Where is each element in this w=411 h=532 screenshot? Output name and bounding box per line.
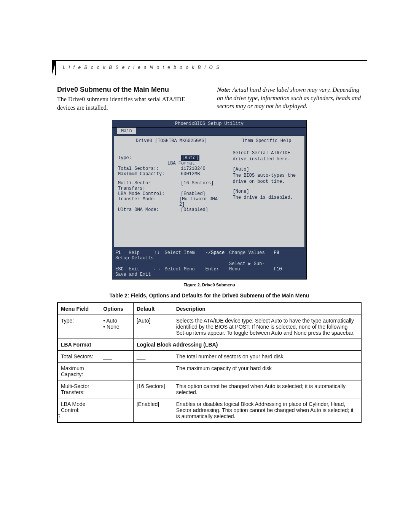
help-line: The BIOS auto-types the <box>233 173 301 179</box>
field-type-label: Type: <box>118 155 181 161</box>
field-multi-sector-label: Multi-Sector Transfers: <box>118 181 181 191</box>
cell-default: [16 Sectors] <box>133 380 173 398</box>
field-total-sectors-value: 117210240 <box>181 166 206 171</box>
cell-default: ___ <box>133 363 173 380</box>
note-body: Actual hard drive label shown may vary. … <box>217 86 361 109</box>
field-total-sectors-label: Total Sectors:: <box>118 166 181 171</box>
bios-left-title: Drive0 [TOSHIBA MK6025GAS] <box>118 138 225 146</box>
cell-options: ___ <box>100 351 134 363</box>
table-row: Type: Auto None [Auto] Selects the ATA/I… <box>57 315 361 339</box>
cell-field: Total Sectors: <box>57 351 100 363</box>
key-updown[interactable]: ↑↓ <box>154 250 162 256</box>
help-line: The drive is disabled. <box>233 195 301 201</box>
note-label: Note: <box>217 86 231 93</box>
th-default: Default <box>133 303 173 315</box>
bios-footer: F1 Help ↑↓ Select Item -/Space Change Va… <box>112 249 306 279</box>
cell-default: [Auto] <box>133 315 173 339</box>
cell-field: Multi-Sector Transfers: <box>57 380 100 398</box>
field-lba-mode-label: LBA Mode Control: <box>118 191 181 197</box>
key-f1[interactable]: F1 <box>115 250 126 256</box>
figure-caption: Figure 2. Drive0 Submenu <box>57 283 362 287</box>
field-ultra-dma-value[interactable]: [Disabled] <box>181 207 208 212</box>
header-rule <box>55 60 367 61</box>
bios-help-title: Item Specific Help <box>233 138 301 146</box>
th-menu-field: Menu Field <box>57 303 100 315</box>
cell-options: Auto None <box>100 315 134 339</box>
key-minus-space[interactable]: -/Space <box>206 250 226 256</box>
table-section-row: LBA Format Logical Block Addressing (LBA… <box>57 339 361 351</box>
field-transfer-mode-label: Transfer Mode: <box>118 197 179 207</box>
cell-default: [Enabled] <box>133 398 173 423</box>
tab-main[interactable]: Main <box>117 128 136 134</box>
field-lba-mode-value[interactable]: [Enabled] <box>181 191 206 197</box>
cell-desc: Enables or disables logical Block Addres… <box>173 398 361 423</box>
running-head: L i f e B o o k B S e r i e s N o t e b … <box>63 65 220 70</box>
footer-help: Help <box>129 250 148 256</box>
lba-format-label: LBA Format <box>167 161 225 166</box>
field-type-value[interactable]: [Auto] <box>181 155 199 161</box>
cell-desc: The total number of sectors on your hard… <box>173 351 361 363</box>
cell-default: ___ <box>133 351 173 363</box>
key-f10[interactable]: F10 <box>274 267 285 272</box>
cell-desc: This option cannot be changed when Auto … <box>173 380 361 398</box>
field-max-capacity-label: Maximum Capacity: <box>118 171 181 177</box>
help-line: Select Serial ATA/IDE <box>233 150 301 156</box>
section-body: The Drive0 submenu identifies what seria… <box>57 95 202 112</box>
cell-field: Type: <box>57 315 100 339</box>
section-left: LBA Format <box>57 339 133 351</box>
key-enter[interactable]: Enter <box>206 267 226 272</box>
help-auto-label: [Auto] <box>233 166 301 173</box>
table-row: Maximum Capacity: ___ ___ The maximum ca… <box>57 363 361 380</box>
footer-setup-defaults: Setup Defaults <box>115 256 154 261</box>
footer-select-menu: Select Menu <box>165 267 199 272</box>
footer-change-values: Change Values <box>229 250 267 256</box>
cell-field: Maximum Capacity: <box>57 363 100 380</box>
field-ultra-dma-label: Ultra DMA Mode: <box>118 207 181 212</box>
table-caption: Table 2: Fields, Options and Defaults fo… <box>57 292 362 299</box>
key-esc[interactable]: ESC <box>115 267 126 272</box>
cell-field: LBA Mode Control: <box>57 398 100 423</box>
table-row: Multi-Sector Transfers: ___ [16 Sectors]… <box>57 380 361 398</box>
help-none-label: [None] <box>233 189 301 195</box>
th-options: Options <box>100 303 134 315</box>
field-transfer-mode-value[interactable]: [Multiword DMA 2] <box>179 197 225 207</box>
table-row: Total Sectors: ___ ___ The total number … <box>57 351 361 363</box>
field-multi-sector-value[interactable]: [16 Sectors] <box>181 181 213 191</box>
table-row: LBA Mode Control: ___ [Enabled] Enables … <box>57 398 361 423</box>
note: Note: Actual hard drive label shown may … <box>217 86 362 110</box>
cell-desc: Selects the ATA/IDE device type. Select … <box>173 315 361 339</box>
footer-select-item: Select Item <box>165 250 199 256</box>
th-description: Description <box>173 303 361 315</box>
page-number: 6 <box>57 414 60 420</box>
footer-select-sub: Select ▶ Sub-Menu <box>229 261 267 272</box>
cell-desc: The maximum capacity of your hard disk <box>173 363 361 380</box>
option-item: Auto <box>103 318 130 324</box>
header-wedge-icon <box>52 60 56 75</box>
footer-save-exit: Save and Exit <box>115 272 151 277</box>
section-heading: Drive0 Submenu of the Main Menu <box>57 86 202 94</box>
cell-options: ___ <box>100 363 134 380</box>
option-item: None <box>103 324 130 330</box>
field-max-capacity-value: 60012MB <box>181 171 200 177</box>
help-line: drive on boot time. <box>233 179 301 185</box>
key-f9[interactable]: F9 <box>274 250 285 256</box>
footer-exit: Exit <box>129 267 148 272</box>
bios-title: PhoenixBIOS Setup Utility <box>112 120 306 128</box>
key-leftright[interactable]: ←→ <box>154 267 162 272</box>
help-line: drive installed here. <box>233 156 301 162</box>
cell-options: ___ <box>100 398 134 423</box>
cell-options: ___ <box>100 380 134 398</box>
section-right: Logical Block Addressing (LBA) <box>133 339 361 351</box>
spec-table: Menu Field Options Default Description T… <box>57 302 362 423</box>
bios-window: PhoenixBIOS Setup Utility Main Drive0 [T… <box>112 120 307 280</box>
